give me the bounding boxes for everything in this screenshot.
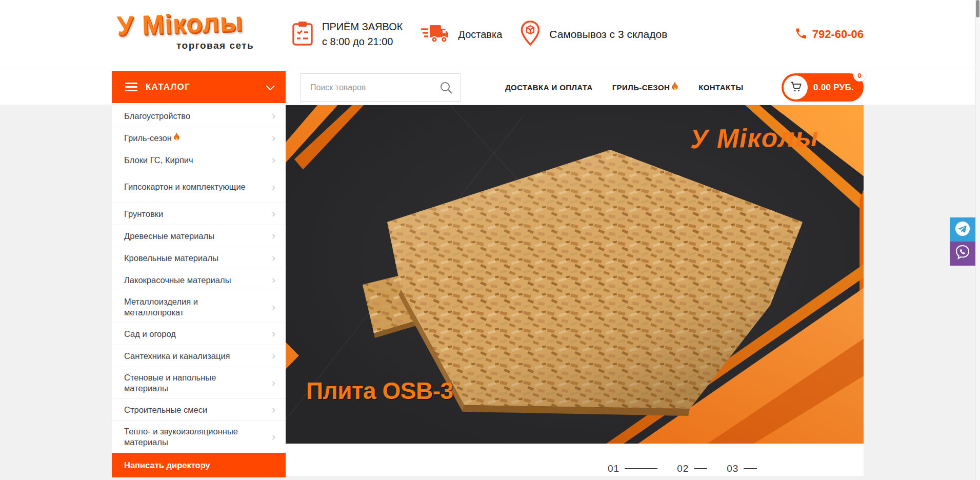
navbar: КАТАЛОГ ДОСТАВКА И ОПЛАТА ГРИЛЬ-СЕЗОН <box>0 69 980 105</box>
hamburger-icon <box>125 83 137 91</box>
page: У Міколы торговая сеть <box>0 0 980 480</box>
nav-link-contacts[interactable]: КОНТАКТЫ <box>698 83 743 92</box>
phone-number: 792-60-06 <box>812 28 864 41</box>
sidebar-item-stenovye[interactable]: Стеновые и напольные материалы › <box>112 367 286 399</box>
sidebar-item-drevesnye[interactable]: Древесные материалы › <box>112 225 286 247</box>
sidebar-item-blagoustroystvo[interactable]: Благоустройство › <box>112 105 286 127</box>
viber-button[interactable] <box>950 242 975 266</box>
delivery-label: Доставка <box>458 29 502 41</box>
telegram-button[interactable] <box>950 217 975 242</box>
sidebar-item-grill-season[interactable]: Гриль-сезон › <box>112 127 286 149</box>
slider-pagination: 01 02 03 <box>608 463 757 474</box>
chevron-right-icon: › <box>272 350 275 361</box>
requests-line2: с 8:00 до 21:00 <box>322 34 403 49</box>
cart-total: 0.00 РУБ. <box>813 73 854 102</box>
chevron-down-icon <box>266 82 275 90</box>
chevron-right-icon: › <box>272 274 275 285</box>
requests-line1: ПРИЁМ ЗАЯВОК <box>322 19 403 34</box>
nav-link-delivery-payment[interactable]: ДОСТАВКА И ОПЛАТА <box>505 83 593 92</box>
header: У Міколы торговая сеть <box>0 0 980 69</box>
sidebar-item-metalloizdeliya[interactable]: Металлоизделия и металлопрокат › <box>112 291 286 323</box>
logo[interactable]: У Міколы торговая сеть <box>117 8 271 51</box>
logo-subtitle: торговая сеть <box>176 40 271 51</box>
sidebar-item-teplo-zvukoizolyaciya[interactable]: Тепло- и звукоизоляционные материалы › <box>112 421 286 453</box>
sidebar-item-santehnika[interactable]: Сантехника и канализация › <box>112 345 286 367</box>
logo-title: У Міколы <box>116 6 244 42</box>
chevron-right-icon: › <box>272 302 275 312</box>
pickup-label: Самовывоз с 3 складов <box>549 28 667 41</box>
banner-brand-text: У Міколы <box>690 122 818 154</box>
header-info: ПРИЁМ ЗАЯВОК с 8:00 до 21:00 <box>291 0 667 69</box>
sidebar-item-gipsokarton[interactable]: Гипсокартон и комплектующие › <box>112 171 286 203</box>
fire-icon <box>671 82 679 93</box>
pickup-pin-icon <box>519 20 541 49</box>
chevron-right-icon: › <box>272 328 275 338</box>
write-to-director-button[interactable]: Написать директору <box>112 453 286 477</box>
banner-product-title: Плита OSB-3 <box>306 377 453 405</box>
search-box <box>301 73 461 102</box>
content-bottom-strip <box>286 444 864 476</box>
cart-icon <box>790 81 802 94</box>
page-scrollbar[interactable] <box>975 0 980 480</box>
info-item-pickup: Самовывоз с 3 складов <box>519 20 667 49</box>
sidebar-item-gruntovki[interactable]: Грунтовки › <box>112 203 286 225</box>
slide-indicator-1[interactable]: 01 <box>608 463 657 474</box>
chevron-right-icon: › <box>272 431 275 442</box>
nav-link-grill-season[interactable]: ГРИЛЬ-СЕЗОН <box>612 82 679 93</box>
chevron-right-icon: › <box>272 110 275 121</box>
cart-button[interactable]: 0.00 РУБ. 0 <box>782 73 864 102</box>
nav-links: ДОСТАВКА И ОПЛАТА ГРИЛЬ-СЕЗОН КОНТАКТЫ <box>505 69 744 106</box>
catalog-sidebar: Благоустройство › Гриль-сезон › Блоки ГС… <box>112 105 286 477</box>
info-item-delivery: Доставка <box>420 23 502 46</box>
floating-social-bar <box>950 217 975 266</box>
delivery-truck-icon <box>420 23 450 46</box>
phone-link[interactable]: 792-60-06 <box>795 0 864 69</box>
sidebar-item-sad-ogorod[interactable]: Сад и огород › <box>112 323 286 345</box>
sidebar-item-bloki[interactable]: Блоки ГС, Кирпич › <box>112 149 286 171</box>
chevron-right-icon: › <box>272 154 275 165</box>
slide-indicator-3[interactable]: 03 <box>727 463 757 474</box>
chevron-right-icon: › <box>272 252 275 263</box>
search-icon[interactable] <box>439 81 453 94</box>
sidebar-item-stroitelnye-smesi[interactable]: Строительные смеси › <box>112 399 286 421</box>
sidebar-item-lakokrasochnye[interactable]: Лакокрасочные материалы › <box>112 269 286 291</box>
chevron-right-icon: › <box>272 132 275 143</box>
scrollbar-thumb[interactable] <box>976 0 979 17</box>
chevron-right-icon: › <box>272 404 275 414</box>
catalog-button[interactable]: КАТАЛОГ <box>112 71 286 103</box>
phone-icon <box>795 27 807 42</box>
chevron-right-icon: › <box>272 208 275 218</box>
slide-indicator-2[interactable]: 02 <box>677 463 707 474</box>
clipboard-check-icon <box>291 21 314 48</box>
chevron-right-icon: › <box>272 182 275 192</box>
chevron-right-icon: › <box>272 230 275 241</box>
viber-icon <box>955 245 970 263</box>
info-item-requests: ПРИЁМ ЗАЯВОК с 8:00 до 21:00 <box>291 19 403 49</box>
hero-banner-slide[interactable]: У Міколы Плита OSB-3 <box>286 105 864 444</box>
catalog-label: КАТАЛОГ <box>146 82 190 92</box>
sidebar-item-krovelnye[interactable]: Кровельные материалы › <box>112 247 286 269</box>
fire-icon <box>173 133 181 144</box>
search-input[interactable] <box>301 74 460 101</box>
telegram-icon <box>955 221 970 238</box>
cart-count-badge: 0 <box>853 69 866 82</box>
chevron-right-icon: › <box>272 377 275 388</box>
